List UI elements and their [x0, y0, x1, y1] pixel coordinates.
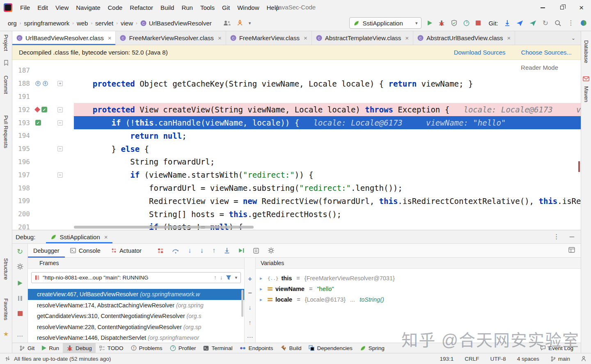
view-breakpoints-icon[interactable]	[158, 248, 163, 254]
stripe-item-project[interactable]: Project	[3, 34, 9, 51]
editor-hscrollbar[interactable]	[74, 226, 254, 229]
fold-marker-icon[interactable]: −	[57, 146, 63, 151]
stripe-item-pull-requests[interactable]: Pull Requests	[3, 115, 9, 148]
run-icon[interactable]	[428, 21, 432, 25]
line-ending[interactable]: CRLF	[465, 356, 479, 362]
debug-icon[interactable]	[438, 20, 445, 26]
close-tab-icon[interactable]: ×	[405, 34, 409, 41]
step-out-icon[interactable]: ↑	[212, 247, 216, 254]
method-breakpoint-icon[interactable]	[34, 107, 40, 112]
debug-tab-actuator[interactable]: Actuator	[106, 244, 147, 257]
override-icon[interactable]	[35, 81, 41, 86]
editor-tab[interactable]: CAbstractUrlBasedView.class×	[413, 31, 515, 45]
add-icon[interactable]: +	[248, 276, 252, 282]
code-text[interactable]: } else {	[74, 142, 581, 156]
bookmark-icon[interactable]	[4, 60, 9, 66]
menu-build[interactable]: Build	[157, 0, 178, 15]
editor-tab[interactable]: CFreeMarkerViewResolver.class×	[116, 31, 226, 45]
code-text[interactable]: String forwardUrl;	[74, 156, 581, 169]
file-encoding[interactable]: UTF-8	[490, 356, 506, 362]
frame-row[interactable]: resolveViewName:228, ContentNegotiatingV…	[28, 322, 244, 333]
editor-tab[interactable]: CAbstractTemplateView.class×	[312, 31, 413, 45]
expand-chevron-icon[interactable]: ▸	[260, 297, 265, 302]
skip-to-end-icon[interactable]	[238, 248, 245, 253]
menu-code[interactable]: Code	[104, 0, 126, 15]
menu-view[interactable]: View	[52, 0, 72, 15]
stripe-item-commit[interactable]: Commit	[3, 76, 9, 94]
search-icon[interactable]	[554, 20, 561, 27]
frame-row[interactable]: createView:467, UrlBasedViewResolver(org…	[28, 289, 244, 300]
menu-edit[interactable]: Edit	[34, 0, 52, 15]
more-h-icon[interactable]: ⋯	[17, 333, 23, 339]
menu-refactor[interactable]: Refactor	[126, 0, 157, 15]
menu-file[interactable]: File	[16, 0, 34, 15]
rerun-icon[interactable]: ↻	[17, 248, 23, 255]
stripe-item-maven[interactable]: Maven	[583, 86, 589, 102]
star-icon[interactable]: ★	[3, 331, 9, 337]
stop-icon[interactable]	[18, 311, 23, 316]
code-text[interactable]: if (viewName.startsWith("redirect:")) {	[74, 168, 581, 181]
more-icon[interactable]: ⋮	[568, 20, 574, 26]
more-h-icon[interactable]: ⋯	[247, 334, 253, 340]
close-tab-icon[interactable]: ×	[108, 34, 112, 41]
code-text[interactable]	[74, 64, 581, 77]
close-tab-icon[interactable]: ×	[218, 34, 222, 41]
down-icon[interactable]: ↓	[248, 304, 252, 310]
close-session-icon[interactable]: ×	[104, 234, 108, 240]
reader-mode-label[interactable]: Reader Mode	[521, 64, 558, 71]
breadcrumb-item[interactable]: web	[75, 19, 90, 27]
menu-tools[interactable]: Tools	[197, 0, 218, 15]
debug-session-tab[interactable]: SstiApplication ×	[46, 230, 112, 243]
more-icon[interactable]: ⋮	[553, 234, 560, 240]
code-text[interactable]	[74, 90, 581, 103]
close-button[interactable]: ×	[572, 0, 591, 15]
thread-selector[interactable]: "http-nio-8081-exe...oup "main": RUNNING…	[31, 272, 241, 283]
expand-chevron-icon[interactable]: ▸	[260, 286, 265, 292]
minimize-button[interactable]	[533, 0, 552, 15]
stripe-item-favorites[interactable]: Favorites	[3, 298, 9, 320]
stripe-item-structure[interactable]: Structure	[3, 258, 9, 280]
step-into-icon[interactable]: ↓	[188, 247, 192, 254]
tool-button-todo[interactable]: TODO	[96, 343, 127, 353]
profiler-icon[interactable]	[463, 20, 470, 26]
fold-marker-icon[interactable]: −	[57, 120, 63, 126]
tool-button-terminal[interactable]: Terminal	[199, 343, 236, 353]
tool-button-problems[interactable]: Problems	[127, 343, 166, 353]
frames-scrollbar[interactable]	[241, 290, 243, 317]
remove-icon[interactable]: −	[248, 290, 252, 296]
variable-row[interactable]: ▸{..}this = {FreeMarkerViewResolver@7031…	[256, 273, 581, 284]
force-step-into-icon[interactable]: ↓	[200, 247, 204, 254]
frame-row[interactable]: resolveViewName:174, AbstractCachingView…	[28, 300, 244, 311]
frame-row[interactable]: resolveViewName:1446, DispatcherServlet(…	[28, 332, 244, 343]
stop-icon[interactable]	[476, 21, 481, 25]
code-text[interactable]: RedirectView view = new RedirectView(for…	[74, 195, 581, 208]
menu-git[interactable]: Git	[218, 0, 234, 15]
rocket-icon[interactable]	[237, 20, 243, 26]
tool-button-build[interactable]: Build	[277, 343, 305, 353]
breadcrumb-item[interactable]: springframework	[22, 19, 71, 27]
breadcrumb-item[interactable]: org	[6, 19, 19, 27]
filter-icon[interactable]	[226, 275, 231, 280]
git-branch-widget[interactable]: main	[550, 356, 570, 362]
breadcrumb-class[interactable]: CUrlBasedViewResolver	[138, 19, 214, 27]
tool-button-endpoints[interactable]: Endpoints	[236, 343, 277, 353]
chevron-down-icon[interactable]: ▾	[249, 21, 251, 25]
code-editor[interactable]: 187188+ protected Object getCacheKey(Str…	[12, 60, 581, 230]
ide-config-icon[interactable]	[580, 20, 587, 26]
up-icon[interactable]: ↑	[248, 319, 252, 325]
pause-icon[interactable]	[18, 296, 22, 301]
menu-window[interactable]: Window	[234, 0, 263, 15]
hide-icon[interactable]: ─	[570, 234, 574, 240]
override-icon[interactable]	[43, 81, 48, 86]
restore-button[interactable]	[552, 0, 572, 15]
next-frame-icon[interactable]: ↓	[220, 275, 223, 281]
code-text[interactable]: String[] hosts = this.getRedirectHosts()…	[74, 208, 581, 221]
code-text[interactable]: forwardUrl = viewName.substring("redirec…	[74, 181, 581, 195]
editor-tab[interactable]: CFreeMarkerView.class×	[226, 31, 312, 45]
breadcrumb-item[interactable]: view	[119, 19, 135, 27]
expand-chevron-icon[interactable]: ▸	[260, 275, 265, 281]
fold-marker-icon[interactable]: +	[57, 81, 63, 86]
chevron-down-icon[interactable]: ▾	[235, 275, 237, 280]
step-over-icon[interactable]	[172, 248, 179, 254]
push-tags-icon[interactable]	[529, 20, 536, 26]
